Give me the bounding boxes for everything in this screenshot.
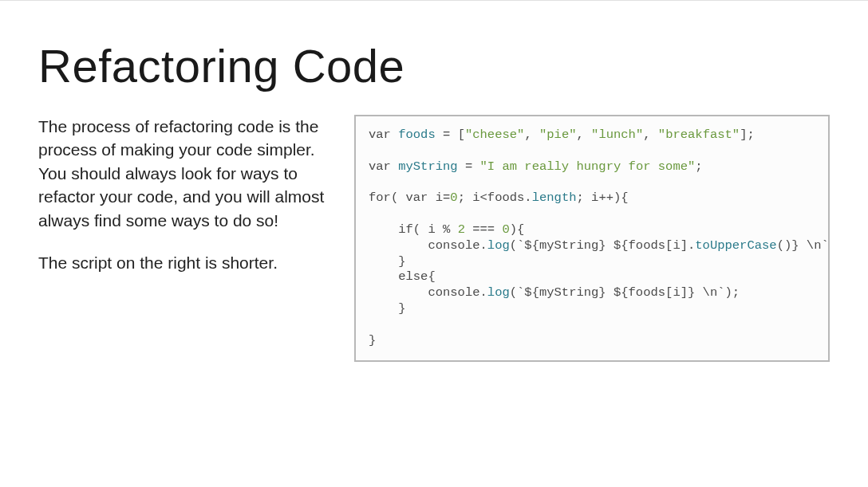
- code-token: for: [369, 190, 391, 205]
- code-token: "lunch": [591, 128, 643, 142]
- code-token: console.: [369, 285, 487, 300]
- paragraph-1: The process of refactoring code is the p…: [38, 115, 326, 232]
- slide-container: Refactoring Code The process of refactor…: [0, 1, 868, 487]
- code-token: 2: [458, 222, 465, 237]
- code-token: ; i<foods.: [458, 190, 532, 205]
- code-token: ];: [740, 128, 755, 142]
- code-token: length: [532, 190, 577, 205]
- code-token: log: [487, 285, 510, 300]
- code-token: var: [369, 159, 391, 174]
- code-token: }: [369, 301, 406, 316]
- code-token: ; i++){: [576, 190, 628, 205]
- text-column: The process of refactoring code is the p…: [38, 115, 326, 293]
- code-token: else: [369, 269, 428, 284]
- code-token: toUpperCase: [695, 238, 776, 253]
- code-token: 0: [502, 222, 509, 237]
- paragraph-2: The script on the right is shorter.: [38, 251, 326, 274]
- code-token: ,: [643, 128, 658, 142]
- code-token: ,: [524, 128, 539, 142]
- code-token: `${myString} ${foods[i].: [517, 238, 695, 253]
- code-token: ;: [695, 159, 702, 174]
- code-token: ){: [510, 222, 525, 237]
- code-token: i: [428, 190, 443, 205]
- code-token: console.: [369, 238, 487, 253]
- code-token: "pie": [539, 128, 577, 142]
- code-token: = [: [436, 128, 465, 142]
- code-block: var foods = ["cheese", "pie", "lunch", "…: [354, 115, 830, 362]
- code-token: =: [458, 159, 480, 174]
- code-token: }: [369, 254, 406, 269]
- code-token: =: [443, 190, 450, 205]
- code-token: ===: [465, 222, 503, 237]
- code-token: var: [406, 190, 428, 205]
- code-token: 0: [450, 190, 457, 205]
- code-token: foods: [398, 128, 436, 142]
- code-token: (: [510, 285, 517, 300]
- code-token: myString: [398, 159, 457, 174]
- code-token: ()} \n`: [777, 238, 829, 253]
- code-token: }: [369, 333, 376, 348]
- code-token: var: [369, 128, 391, 142]
- code-token: ,: [577, 128, 592, 142]
- code-token: (: [510, 238, 517, 253]
- code-token: "breakfast": [658, 128, 740, 142]
- slide-title: Refactoring Code: [38, 39, 830, 92]
- code-token: );: [829, 238, 830, 253]
- code-token: {: [428, 269, 435, 284]
- code-token: (: [391, 190, 406, 205]
- code-token: );: [725, 285, 740, 300]
- code-token: "I am really hungry for some": [480, 159, 696, 174]
- code-token: ( i %: [413, 222, 458, 237]
- code-token: if: [369, 222, 413, 237]
- content-row: The process of refactoring code is the p…: [38, 115, 830, 362]
- code-token: log: [487, 238, 510, 253]
- code-token: "cheese": [465, 128, 524, 142]
- code-token: `${myString} ${foods[i]} \n`: [517, 285, 724, 300]
